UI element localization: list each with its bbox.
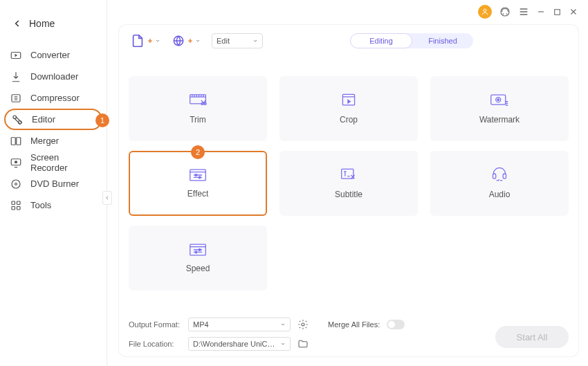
sidebar-item-editor[interactable]: Editor 1 bbox=[4, 109, 102, 130]
nav-label: Screen Recorder bbox=[30, 152, 97, 173]
card-label: Trim bbox=[190, 115, 206, 125]
svg-point-11 bbox=[12, 180, 20, 188]
tools-icon bbox=[10, 199, 22, 212]
bottom-bar: Output Format: MP4 Merge All Files: File… bbox=[129, 318, 569, 351]
collapse-sidebar-handle[interactable] bbox=[102, 191, 112, 205]
back-icon[interactable] bbox=[12, 19, 22, 28]
sidebar-item-converter[interactable]: Converter bbox=[0, 44, 107, 66]
svg-rect-21 bbox=[342, 94, 354, 104]
svg-point-27 bbox=[199, 176, 201, 179]
svg-point-33 bbox=[195, 251, 197, 253]
merge-files-toggle[interactable] bbox=[387, 320, 405, 329]
svg-rect-2 bbox=[555, 9, 560, 15]
minimize-icon[interactable] bbox=[536, 7, 546, 17]
dvd-burner-icon bbox=[10, 178, 22, 190]
tab-editing[interactable]: Editing bbox=[350, 33, 412, 48]
svg-rect-14 bbox=[17, 201, 21, 205]
sidebar-header: Home bbox=[0, 18, 107, 44]
merge-files-label: Merge All Files: bbox=[328, 320, 380, 329]
svg-rect-13 bbox=[12, 201, 15, 205]
card-label: Effect bbox=[187, 189, 208, 199]
svg-rect-28 bbox=[342, 169, 353, 179]
nav-list: Converter Downloader Compressor Editor 1… bbox=[0, 44, 107, 216]
svg-rect-30 bbox=[503, 174, 506, 179]
card-crop[interactable]: Crop bbox=[279, 76, 418, 141]
audio-icon bbox=[490, 167, 508, 183]
trim-icon bbox=[189, 93, 207, 108]
downloader-icon bbox=[10, 71, 22, 83]
card-trim[interactable]: Trim bbox=[129, 76, 267, 141]
file-location-value: D:\Wondershare UniConverter 1 bbox=[193, 340, 276, 348]
svg-point-0 bbox=[484, 9, 486, 12]
callout-badge-1: 1 bbox=[95, 113, 109, 127]
card-watermark[interactable]: Watermark bbox=[430, 76, 569, 141]
sidebar-item-downloader[interactable]: Downloader bbox=[0, 66, 107, 87]
file-location-select[interactable]: D:\Wondershare UniConverter 1 bbox=[188, 337, 291, 351]
sidebar-title: Home bbox=[29, 18, 55, 29]
tab-finished[interactable]: Finished bbox=[412, 33, 473, 48]
effect-icon bbox=[189, 168, 207, 182]
speed-icon bbox=[189, 243, 207, 257]
card-label: Watermark bbox=[479, 115, 520, 125]
file-location-label: File Location: bbox=[129, 340, 181, 348]
sidebar-item-tools[interactable]: Tools bbox=[0, 194, 107, 216]
nav-label: Tools bbox=[30, 200, 51, 210]
card-speed[interactable]: Speed bbox=[129, 226, 267, 291]
nav-label: Compressor bbox=[30, 93, 80, 103]
nav-label: Converter bbox=[30, 50, 70, 60]
card-label: Audio bbox=[489, 190, 511, 199]
card-effect[interactable]: 2 Effect bbox=[129, 151, 267, 216]
add-url-button[interactable] bbox=[172, 34, 201, 48]
main-panel: Edit Editing Finished Trim Crop Watermar… bbox=[119, 25, 578, 356]
watermark-icon bbox=[490, 93, 509, 108]
nav-label: DVD Burner bbox=[30, 179, 79, 189]
sidebar-item-merger[interactable]: Merger bbox=[0, 130, 107, 152]
mode-select-value: Edit bbox=[217, 37, 230, 45]
start-all-label: Start All bbox=[517, 332, 548, 342]
screen-recorder-icon bbox=[10, 156, 22, 169]
title-bar bbox=[478, 0, 588, 24]
subtitle-icon bbox=[340, 167, 357, 183]
svg-rect-8 bbox=[17, 137, 21, 145]
svg-point-12 bbox=[15, 183, 17, 185]
stage-segmented: Editing Finished bbox=[350, 33, 473, 48]
svg-rect-15 bbox=[12, 206, 15, 210]
support-icon[interactable] bbox=[499, 6, 511, 18]
maximize-icon[interactable] bbox=[553, 8, 562, 17]
nav-label: Merger bbox=[30, 136, 59, 146]
settings-icon[interactable] bbox=[297, 319, 309, 330]
sidebar: Home Converter Downloader Compressor Edi… bbox=[0, 0, 107, 366]
output-format-value: MP4 bbox=[193, 320, 209, 329]
output-format-label: Output Format: bbox=[129, 320, 181, 329]
svg-point-32 bbox=[199, 249, 201, 251]
compressor-icon bbox=[10, 92, 22, 104]
avatar[interactable] bbox=[478, 5, 492, 19]
callout-badge-2: 2 bbox=[191, 145, 205, 159]
menu-icon[interactable] bbox=[518, 6, 529, 17]
sidebar-item-screen-recorder[interactable]: Screen Recorder bbox=[0, 152, 107, 173]
svg-point-34 bbox=[302, 323, 304, 326]
add-file-button[interactable] bbox=[130, 33, 160, 48]
card-audio[interactable]: Audio bbox=[430, 151, 569, 216]
tool-grid: Trim Crop Watermark 2 Effect Subtitle Au… bbox=[119, 57, 578, 291]
card-label: Crop bbox=[340, 115, 358, 125]
folder-open-icon[interactable] bbox=[297, 338, 309, 349]
close-icon[interactable] bbox=[569, 7, 578, 17]
svg-point-26 bbox=[195, 174, 197, 176]
svg-point-24 bbox=[497, 99, 499, 101]
start-all-button[interactable]: Start All bbox=[495, 326, 569, 348]
nav-label: Downloader bbox=[30, 71, 78, 82]
converter-icon bbox=[10, 49, 22, 62]
card-label: Speed bbox=[186, 264, 210, 273]
editor-icon bbox=[11, 113, 24, 126]
output-format-select[interactable]: MP4 bbox=[188, 318, 291, 331]
svg-rect-29 bbox=[493, 174, 495, 179]
svg-rect-16 bbox=[17, 206, 21, 210]
card-subtitle[interactable]: Subtitle bbox=[279, 151, 418, 216]
mode-select[interactable]: Edit bbox=[212, 33, 263, 48]
crop-icon bbox=[340, 93, 357, 108]
svg-rect-7 bbox=[11, 137, 15, 145]
sidebar-item-dvd-burner[interactable]: DVD Burner bbox=[0, 173, 107, 194]
merger-icon bbox=[10, 135, 22, 147]
sidebar-item-compressor[interactable]: Compressor bbox=[0, 87, 107, 109]
